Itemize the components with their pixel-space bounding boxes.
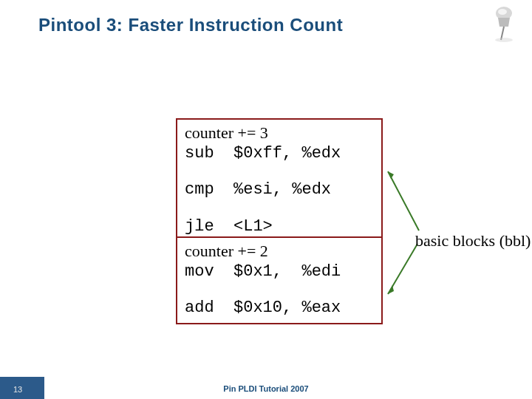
basic-block-1: counter += 3 sub $0xff, %edx cmp %esi, %… <box>176 118 383 242</box>
counter-increment-1: counter += 3 <box>185 123 374 143</box>
svg-marker-7 <box>388 285 394 294</box>
svg-marker-5 <box>388 171 394 179</box>
asm-add: add $0x10, %eax <box>185 298 374 318</box>
svg-line-6 <box>388 244 417 294</box>
asm-sub: sub $0xff, %edx <box>185 143 374 164</box>
arrow-to-block2 <box>381 241 425 307</box>
svg-point-1 <box>498 9 507 15</box>
svg-line-4 <box>388 171 419 231</box>
asm-jle: jle <L1> <box>185 216 374 237</box>
basic-block-2: counter += 2 mov $0x1, %edi add $0x10, %… <box>176 236 383 324</box>
footer-text: Pin PLDI Tutorial 2007 <box>0 384 532 393</box>
blank-line <box>185 163 374 180</box>
basic-blocks-label: basic blocks (bbl) <box>415 231 531 250</box>
counter-increment-2: counter += 2 <box>185 241 374 262</box>
asm-cmp: cmp %esi, %edx <box>185 180 374 200</box>
arrow-to-block1 <box>381 163 425 236</box>
blank-line <box>185 200 374 216</box>
blank-line <box>185 282 374 298</box>
svg-point-3 <box>495 38 513 42</box>
asm-mov: mov $0x1, %edi <box>185 262 374 282</box>
pushpin-icon <box>488 3 523 44</box>
slide-title: Pintool 3: Faster Instruction Count <box>38 15 343 35</box>
